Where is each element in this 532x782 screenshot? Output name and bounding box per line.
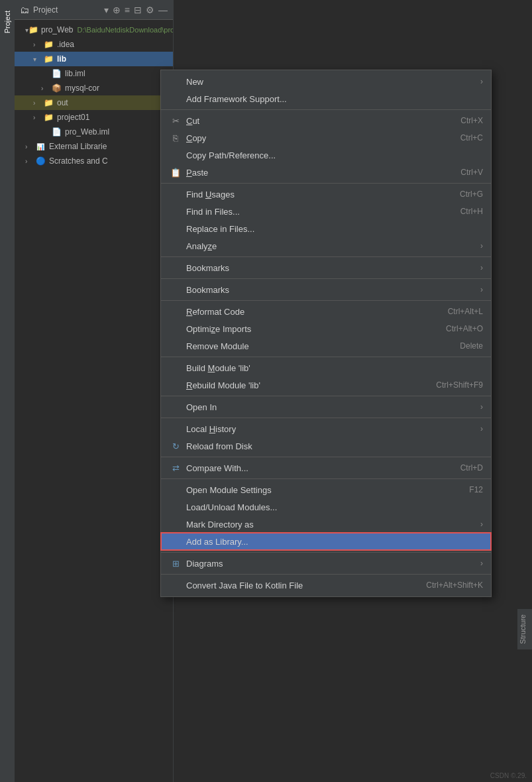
menu-label-diagrams: Diagrams [186, 559, 475, 569]
tree-item-lib-iml[interactable]: 📄 lib.iml [15, 66, 173, 81]
separator-11 [161, 552, 491, 553]
menu-label-find-usages: Find Usages [186, 190, 447, 199]
menu-label-compare-with: Compare With... [186, 463, 447, 473]
tree-item-pro-web-iml[interactable]: 📄 pro_Web.iml [15, 125, 173, 139]
menu-item-copy-path[interactable]: Copy Path/Reference... [161, 146, 491, 164]
menu-item-replace-in-files[interactable]: Replace in Files... [161, 220, 491, 237]
menu-item-diagrams[interactable]: ⊞ Diagrams › [161, 555, 491, 572]
menu-label-rebuild-module: Rebuild Module 'lib' [186, 380, 423, 390]
arrow-new: › [480, 77, 483, 86]
menu-item-paste[interactable]: 📋 Paste Ctrl+V [161, 164, 491, 181]
tree-label-pro-web: pro_Web [41, 25, 73, 34]
menu-item-find-in-files[interactable]: Find in Files... Ctrl+H [161, 203, 491, 220]
folder-icon-header: 🗂 [20, 5, 29, 15]
menu-label-reload-from-disk: Reload from Disk [186, 441, 483, 451]
tree-item-ext-lib[interactable]: › 📊 External Librarie [15, 139, 173, 154]
tree-item-out[interactable]: › 📁 out [15, 95, 173, 110]
separator-4 [161, 278, 491, 279]
menu-label-add-framework: Add Framework Support... [186, 94, 483, 104]
menu-item-convert-java[interactable]: Convert Java File to Kotlin File Ctrl+Al… [161, 577, 491, 594]
menu-item-reload-from-disk[interactable]: ↻ Reload from Disk [161, 437, 491, 455]
file-icon-mysql: 📦 [50, 83, 62, 93]
menu-item-find-usages[interactable]: Find Usages Ctrl+G [161, 186, 491, 203]
shortcut-reformat-code: Ctrl+Alt+L [448, 307, 483, 316]
separator-5 [161, 300, 491, 301]
sidebar-tab-structure[interactable]: Structure [519, 614, 527, 644]
minimize-icon[interactable]: — [158, 5, 168, 15]
tree-label-out: out [57, 98, 68, 107]
tree-label-pro-web-iml: pro_Web.iml [65, 127, 109, 137]
menu-item-open-in[interactable]: Open In › [161, 398, 491, 416]
menu-label-find-in-files: Find in Files... [186, 207, 447, 217]
diagrams-icon: ⊞ [169, 559, 182, 569]
chevron-ext-lib: › [25, 143, 34, 150]
separator-1 [161, 109, 491, 110]
copy-icon: ⎘ [169, 133, 182, 143]
menu-label-local-history: Local History [186, 424, 475, 434]
folder-icon-idea: 📁 [42, 39, 54, 50]
chevron-scratches: › [25, 158, 34, 165]
tree-label-ext-lib: External Librarie [49, 142, 107, 151]
sidebar-tab-project[interactable]: Project [2, 7, 13, 37]
separator-3 [161, 256, 491, 257]
menu-item-new[interactable]: New › [161, 73, 491, 90]
arrow-analyze: › [480, 241, 483, 251]
separator-12 [161, 574, 491, 575]
dropdown-arrow[interactable]: ▾ [104, 5, 109, 15]
menu-label-convert-java: Convert Java File to Kotlin File [186, 581, 413, 590]
menu-item-analyze[interactable]: Analyze › [161, 237, 491, 254]
menu-item-remove-module[interactable]: Remove Module Delete [161, 337, 491, 355]
tree-item-lib[interactable]: ▾ 📁 lib [15, 52, 173, 66]
layout-icon1[interactable]: ≡ [125, 5, 130, 15]
menu-item-add-as-library[interactable]: Add as Library... [161, 533, 491, 550]
chevron-idea: › [33, 41, 42, 48]
separator-8 [161, 418, 491, 418]
tree-item-scratches[interactable]: › 🔵 Scratches and C [15, 154, 173, 168]
layout-icon2[interactable]: ⊟ [134, 5, 142, 15]
menu-label-copy-path: Copy Path/Reference... [186, 150, 483, 160]
file-icon-pro-web-iml: 📄 [50, 127, 62, 137]
menu-item-reformat-code[interactable]: Reformat Code Ctrl+Alt+L [161, 303, 491, 320]
menu-label-load-unload-modules: Load/Unload Modules... [186, 502, 483, 512]
panel-title: Project [33, 5, 100, 15]
shortcut-rebuild-module: Ctrl+Shift+F9 [436, 380, 483, 390]
menu-label-open-in: Open In [186, 402, 475, 412]
arrow-bookmarks: › [480, 285, 483, 294]
menu-item-cut[interactable]: ✂ Cut Ctrl+X [161, 112, 491, 129]
globe-icon[interactable]: ⊕ [113, 5, 121, 15]
tree-item-pro-web[interactable]: ▾ 📁 pro_Web D:\BaiduNetdiskDownload\pro_… [15, 23, 173, 37]
chevron-lib: ▾ [33, 56, 42, 63]
shortcut-remove-module: Delete [460, 341, 483, 351]
menu-item-local-history[interactable]: Local History › [161, 420, 491, 437]
menu-label-paste: Paste [186, 168, 447, 178]
menu-item-refactor[interactable]: Bookmarks › [161, 259, 491, 276]
menu-item-copy[interactable]: ⎘ Copy Ctrl+C [161, 129, 491, 146]
menu-item-optimize-imports[interactable]: Optimize Imports Ctrl+Alt+O [161, 320, 491, 337]
menu-label-optimize-imports: Optimize Imports [186, 324, 433, 334]
arrow-diagrams: › [480, 559, 483, 568]
reload-icon: ↻ [169, 441, 182, 451]
tree-item-idea[interactable]: › 📁 .idea [15, 37, 173, 52]
shortcut-compare-with: Ctrl+D [460, 463, 483, 473]
menu-item-load-unload-modules[interactable]: Load/Unload Modules... [161, 498, 491, 516]
menu-item-open-module-settings[interactable]: Open Module Settings F12 [161, 481, 491, 498]
tree-label-idea: .idea [57, 40, 74, 49]
paste-icon: 📋 [169, 168, 182, 178]
menu-item-bookmarks[interactable]: Bookmarks › [161, 281, 491, 298]
icon-ext-lib: 📊 [34, 141, 46, 152]
tree-item-mysql[interactable]: › 📦 mysql-cor [15, 81, 173, 95]
menu-item-add-framework[interactable]: Add Framework Support... [161, 90, 491, 107]
menu-label-remove-module: Remove Module [186, 341, 447, 351]
menu-label-copy: Copy [186, 133, 447, 143]
menu-label-bookmarks: Bookmarks [186, 285, 475, 295]
shortcut-optimize-imports: Ctrl+Alt+O [446, 324, 483, 333]
shortcut-find-in-files: Ctrl+H [460, 207, 483, 216]
folder-icon-project01: 📁 [42, 112, 54, 123]
menu-item-compare-with[interactable]: ⇄ Compare With... Ctrl+D [161, 459, 491, 476]
settings-icon[interactable]: ⚙ [146, 5, 154, 15]
menu-item-mark-directory[interactable]: Mark Directory as › [161, 516, 491, 533]
tree-item-project01[interactable]: › 📁 project01 [15, 110, 173, 125]
menu-item-rebuild-module[interactable]: Rebuild Module 'lib' Ctrl+Shift+F9 [161, 376, 491, 394]
menu-item-build-module[interactable]: Build Module 'lib' [161, 359, 491, 376]
compare-icon: ⇄ [169, 463, 182, 473]
